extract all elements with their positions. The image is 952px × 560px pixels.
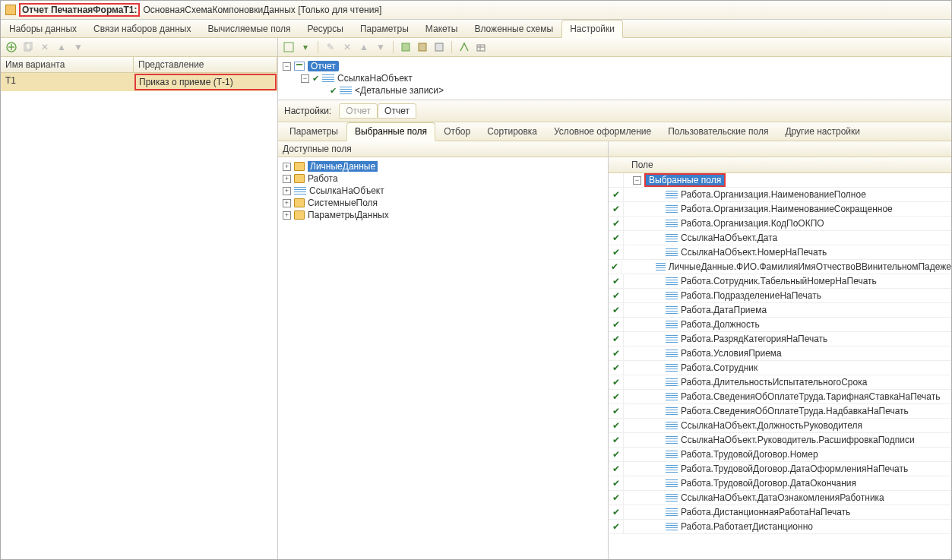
tool-icon-4[interactable] — [458, 41, 470, 53]
main-tab-3[interactable]: Ресурсы — [299, 20, 352, 37]
tool-icon-3[interactable] — [433, 41, 445, 53]
tree-root[interactable]: − Отчет — [283, 60, 947, 72]
field-check-icon[interactable]: ✔ — [609, 390, 624, 403]
expand-icon[interactable]: + — [283, 199, 291, 207]
field-row[interactable]: ✔Работа.ТрудовойДоговор.ДатаОформленияНа… — [609, 462, 951, 476]
tree-action-dropdown-icon[interactable]: ▾ — [299, 41, 312, 53]
field-row[interactable]: ✔Работа.ТрудовойДоговор.ДатаОкончания — [609, 476, 951, 491]
edit-icon[interactable]: ✎ — [324, 41, 337, 53]
tool-icon-2[interactable] — [416, 41, 429, 53]
check-icon[interactable]: ✔ — [330, 86, 337, 96]
field-check-icon[interactable]: ✔ — [609, 274, 624, 288]
available-item[interactable]: +Работа — [283, 172, 603, 185]
field-row[interactable]: ✔Работа.РаботаетДистанционно — [609, 520, 951, 534]
field-check-icon[interactable]: ✔ — [609, 346, 624, 360]
detail-tab-6[interactable]: Другие настройки — [776, 122, 868, 141]
detail-tab-3[interactable]: Сортировка — [479, 122, 546, 141]
expand-icon[interactable]: + — [283, 175, 291, 183]
main-tab-4[interactable]: Параметры — [352, 20, 417, 37]
field-check-icon[interactable]: ✔ — [609, 318, 624, 331]
field-check-icon[interactable]: ✔ — [609, 476, 624, 490]
field-check-icon[interactable]: ✔ — [609, 303, 624, 317]
field-row[interactable]: ✔Работа.Сотрудник.ТабельныйНомерНаПечать — [609, 274, 951, 289]
field-row[interactable]: ✔Работа.ПодразделениеНаПечать — [609, 289, 951, 303]
field-check-icon[interactable]: ✔ — [609, 462, 624, 476]
detail-tab-0[interactable]: Параметры — [281, 122, 346, 141]
main-tab-2[interactable]: Вычисляемые поля — [199, 20, 299, 37]
collapse-icon[interactable]: − — [633, 176, 641, 185]
available-item[interactable]: +СсылкаНаОбъект — [283, 185, 603, 197]
field-row[interactable]: ✔Работа.Организация.НаименованиеСокращен… — [609, 202, 951, 217]
field-check-icon[interactable]: ✔ — [609, 202, 624, 216]
expand-icon[interactable]: + — [283, 187, 291, 195]
detail-tab-2[interactable]: Отбор — [435, 122, 479, 141]
tool-icon-5[interactable] — [475, 41, 487, 53]
available-item[interactable]: +ПараметрыДанных — [283, 209, 603, 221]
delete-icon[interactable]: ✕ — [341, 41, 353, 53]
level-tab-report-2[interactable]: Отчет — [378, 103, 416, 119]
field-row[interactable]: ✔Работа.Сотрудник — [609, 361, 951, 375]
variant-row[interactable]: Т1 Приказ о приеме (Т-1) — [1, 73, 277, 91]
tree-level2[interactable]: ✔ <Детальные записи> — [283, 84, 947, 96]
field-check-icon[interactable]: ✔ — [609, 217, 624, 230]
field-check-icon[interactable]: ✔ — [609, 491, 624, 505]
tree-action-1[interactable] — [283, 41, 295, 53]
main-tab-7[interactable]: Настройки — [561, 20, 623, 38]
field-row[interactable]: ✔СсылкаНаОбъект.Руководитель.Расшифровка… — [609, 433, 951, 448]
field-row[interactable]: ✔ЛичныеДанные.ФИО.ФамилияИмяОтчествоВВин… — [609, 260, 951, 274]
up-icon[interactable]: ▲ — [358, 41, 370, 53]
field-check-icon[interactable]: ✔ — [609, 505, 624, 519]
field-check-icon[interactable]: ✔ — [609, 332, 624, 346]
moveup-button[interactable]: ▲ — [55, 41, 68, 53]
field-check-icon[interactable]: ✔ — [609, 375, 624, 389]
field-check-icon[interactable]: ✔ — [609, 289, 624, 302]
main-tab-1[interactable]: Связи наборов данных — [85, 20, 199, 37]
movedown-button[interactable]: ▼ — [72, 41, 84, 53]
expand-icon[interactable]: + — [283, 211, 291, 220]
field-check-icon[interactable]: ✔ — [609, 433, 624, 447]
detail-tab-1[interactable]: Выбранные поля — [346, 122, 435, 141]
main-tab-0[interactable]: Наборы данных — [1, 20, 85, 37]
main-tab-6[interactable]: Вложенные схемы — [466, 20, 561, 37]
field-row[interactable]: ✔СсылкаНаОбъект.НомерНаПечать — [609, 245, 951, 260]
field-row[interactable]: ✔Работа.Организация.НаименованиеПолное — [609, 188, 951, 202]
available-item[interactable]: +СистемныеПоля — [283, 197, 603, 209]
field-row[interactable]: ✔Работа.УсловияПриема — [609, 346, 951, 361]
collapse-icon[interactable]: − — [301, 74, 309, 83]
down-icon[interactable]: ▼ — [375, 41, 387, 53]
tool-icon-1[interactable] — [400, 41, 412, 53]
field-row[interactable]: ✔Работа.ДатаПриема — [609, 303, 951, 318]
field-row[interactable]: ✔Работа.СведенияОбОплатеТруда.НадбавкаНа… — [609, 404, 951, 419]
detail-tab-5[interactable]: Пользовательские поля — [659, 122, 776, 141]
detail-tab-4[interactable]: Условное оформление — [546, 122, 659, 141]
check-icon[interactable]: ✔ — [312, 74, 319, 84]
field-check-icon[interactable]: ✔ — [609, 520, 624, 533]
field-row[interactable]: ✔Работа.РазрядКатегорияНаПечать — [609, 332, 951, 346]
field-row[interactable]: ✔Работа.Организация.КодПоОКПО — [609, 217, 951, 231]
collapse-icon[interactable]: − — [283, 62, 291, 71]
field-check-icon[interactable]: ✔ — [609, 188, 624, 201]
field-row[interactable]: ✔СсылкаНаОбъект.ДолжностьРуководителя — [609, 419, 951, 433]
field-row[interactable]: ✔СсылкаНаОбъект.Дата — [609, 231, 951, 245]
field-check-icon[interactable]: ✔ — [609, 361, 624, 375]
field-check-icon[interactable]: ✔ — [609, 231, 624, 245]
main-tab-5[interactable]: Макеты — [417, 20, 467, 37]
field-check-icon[interactable]: ✔ — [609, 419, 624, 432]
level-tab-report-1[interactable]: Отчет — [339, 103, 378, 119]
field-row[interactable]: ✔Работа.СведенияОбОплатеТруда.ТарифнаяСт… — [609, 390, 951, 404]
fields-group-row[interactable]: −Выбранные поля — [609, 173, 951, 188]
field-row[interactable]: ✔Работа.ДистанционнаяРаботаНаПечать — [609, 505, 951, 520]
delete-button[interactable]: ✕ — [39, 41, 51, 53]
field-check-icon[interactable]: ✔ — [609, 260, 621, 274]
available-item[interactable]: +ЛичныеДанные — [283, 160, 603, 172]
field-check-icon[interactable]: ✔ — [609, 404, 624, 418]
field-row[interactable]: ✔Работа.Должность — [609, 318, 951, 332]
add-button[interactable] — [5, 41, 17, 53]
field-row[interactable]: ✔СсылкаНаОбъект.ДатаОзнакомленияРаботник… — [609, 491, 951, 505]
copy-button[interactable] — [22, 41, 34, 53]
field-check-icon[interactable]: ✔ — [609, 245, 624, 259]
field-check-icon[interactable]: ✔ — [609, 448, 624, 461]
tree-level1[interactable]: − ✔ СсылкаНаОбъект — [283, 72, 947, 84]
field-row[interactable]: ✔Работа.ТрудовойДоговор.Номер — [609, 448, 951, 462]
field-row[interactable]: ✔Работа.ДлительностьИспытательногоСрока — [609, 375, 951, 390]
